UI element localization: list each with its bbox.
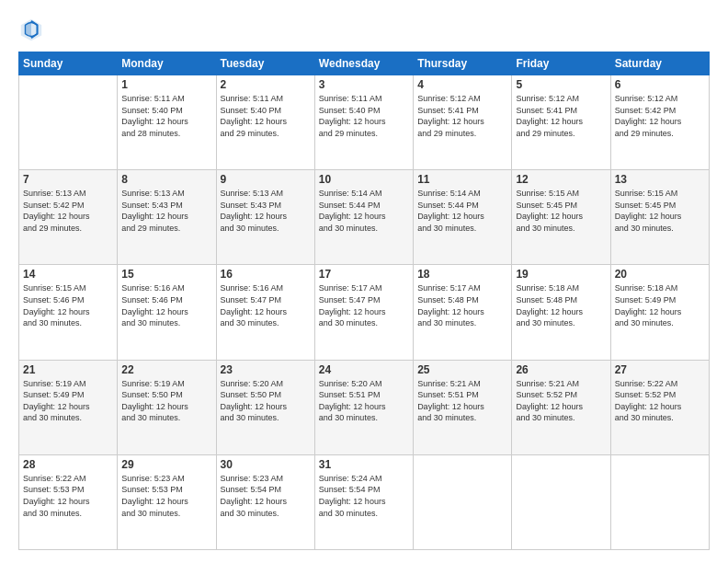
day-number: 13 [615,173,705,186]
day-info: Sunrise: 5:22 AMSunset: 5:52 PMDaylight:… [615,378,705,424]
weekday-header-tuesday: Tuesday [216,52,314,75]
day-number: 8 [121,173,211,186]
day-info: Sunrise: 5:23 AMSunset: 5:53 PMDaylight:… [121,473,211,519]
day-cell: 11Sunrise: 5:14 AMSunset: 5:44 PMDayligh… [414,170,512,265]
day-info: Sunrise: 5:21 AMSunset: 5:52 PMDaylight:… [516,378,606,424]
day-info: Sunrise: 5:15 AMSunset: 5:46 PMDaylight:… [23,282,113,328]
day-cell: 1Sunrise: 5:11 AMSunset: 5:40 PMDaylight… [118,75,216,170]
day-number: 27 [615,363,705,376]
day-cell: 22Sunrise: 5:19 AMSunset: 5:50 PMDayligh… [118,360,216,454]
day-info: Sunrise: 5:12 AMSunset: 5:41 PMDaylight:… [417,93,507,139]
day-cell: 29Sunrise: 5:23 AMSunset: 5:53 PMDayligh… [118,454,216,549]
weekday-header-friday: Friday [512,52,610,75]
day-cell: 2Sunrise: 5:11 AMSunset: 5:40 PMDaylight… [216,75,314,170]
day-number: 23 [221,363,311,376]
day-number: 24 [319,363,409,376]
day-cell: 18Sunrise: 5:17 AMSunset: 5:48 PMDayligh… [414,265,512,360]
day-info: Sunrise: 5:16 AMSunset: 5:46 PMDaylight:… [121,282,211,328]
day-cell: 27Sunrise: 5:22 AMSunset: 5:52 PMDayligh… [610,360,709,454]
day-number: 7 [23,173,113,186]
page: SundayMondayTuesdayWednesdayThursdayFrid… [0,0,728,563]
week-row-3: 14Sunrise: 5:15 AMSunset: 5:46 PMDayligh… [19,265,710,360]
day-number: 11 [417,173,507,186]
weekday-header-monday: Monday [118,52,216,75]
day-number: 19 [516,268,606,281]
day-info: Sunrise: 5:13 AMSunset: 5:43 PMDaylight:… [221,188,311,234]
day-cell: 10Sunrise: 5:14 AMSunset: 5:44 PMDayligh… [314,170,413,265]
day-number: 14 [23,268,113,281]
day-number: 15 [121,268,211,281]
day-number: 16 [221,268,311,281]
day-info: Sunrise: 5:18 AMSunset: 5:48 PMDaylight:… [516,282,606,328]
day-cell: 16Sunrise: 5:16 AMSunset: 5:47 PMDayligh… [216,265,314,360]
day-number: 17 [319,268,409,281]
day-info: Sunrise: 5:15 AMSunset: 5:45 PMDaylight:… [615,188,705,234]
day-info: Sunrise: 5:15 AMSunset: 5:45 PMDaylight:… [516,188,606,234]
day-cell: 6Sunrise: 5:12 AMSunset: 5:42 PMDaylight… [610,75,709,170]
day-number: 6 [615,78,705,91]
day-cell: 25Sunrise: 5:21 AMSunset: 5:51 PMDayligh… [414,360,512,454]
day-info: Sunrise: 5:13 AMSunset: 5:42 PMDaylight:… [23,188,113,234]
day-info: Sunrise: 5:19 AMSunset: 5:49 PMDaylight:… [23,378,113,424]
day-info: Sunrise: 5:11 AMSunset: 5:40 PMDaylight:… [319,93,409,139]
day-cell: 20Sunrise: 5:18 AMSunset: 5:49 PMDayligh… [610,265,709,360]
day-number: 12 [516,173,606,186]
day-info: Sunrise: 5:13 AMSunset: 5:43 PMDaylight:… [121,188,211,234]
logo-icon [18,17,44,42]
week-row-1: 1Sunrise: 5:11 AMSunset: 5:40 PMDaylight… [19,75,710,170]
weekday-header-saturday: Saturday [610,52,709,75]
day-info: Sunrise: 5:14 AMSunset: 5:44 PMDaylight:… [319,188,409,234]
day-cell: 26Sunrise: 5:21 AMSunset: 5:52 PMDayligh… [512,360,610,454]
day-info: Sunrise: 5:11 AMSunset: 5:40 PMDaylight:… [221,93,311,139]
day-number: 26 [516,363,606,376]
day-number: 5 [516,78,606,91]
day-cell: 24Sunrise: 5:20 AMSunset: 5:51 PMDayligh… [314,360,413,454]
day-number: 22 [121,363,211,376]
day-number: 2 [221,78,311,91]
weekday-header-sunday: Sunday [19,52,118,75]
day-number: 18 [417,268,507,281]
day-info: Sunrise: 5:20 AMSunset: 5:51 PMDaylight:… [319,378,409,424]
day-info: Sunrise: 5:17 AMSunset: 5:47 PMDaylight:… [319,282,409,328]
day-number: 28 [23,458,113,471]
day-number: 31 [319,458,409,471]
day-info: Sunrise: 5:12 AMSunset: 5:42 PMDaylight:… [615,93,705,139]
day-info: Sunrise: 5:11 AMSunset: 5:40 PMDaylight:… [121,93,211,139]
day-info: Sunrise: 5:14 AMSunset: 5:44 PMDaylight:… [417,188,507,234]
header [18,17,710,42]
day-cell [610,454,709,549]
day-info: Sunrise: 5:23 AMSunset: 5:54 PMDaylight:… [221,473,311,519]
day-number: 30 [221,458,311,471]
day-info: Sunrise: 5:20 AMSunset: 5:50 PMDaylight:… [221,378,311,424]
day-info: Sunrise: 5:21 AMSunset: 5:51 PMDaylight:… [417,378,507,424]
day-number: 1 [121,78,211,91]
week-row-2: 7Sunrise: 5:13 AMSunset: 5:42 PMDaylight… [19,170,710,265]
day-number: 21 [23,363,113,376]
day-cell: 7Sunrise: 5:13 AMSunset: 5:42 PMDaylight… [19,170,118,265]
day-info: Sunrise: 5:17 AMSunset: 5:48 PMDaylight:… [417,282,507,328]
day-info: Sunrise: 5:12 AMSunset: 5:41 PMDaylight:… [516,93,606,139]
day-cell: 31Sunrise: 5:24 AMSunset: 5:54 PMDayligh… [314,454,413,549]
day-cell: 13Sunrise: 5:15 AMSunset: 5:45 PMDayligh… [610,170,709,265]
day-info: Sunrise: 5:24 AMSunset: 5:54 PMDaylight:… [319,473,409,519]
day-cell: 9Sunrise: 5:13 AMSunset: 5:43 PMDaylight… [216,170,314,265]
day-number: 4 [417,78,507,91]
day-cell: 21Sunrise: 5:19 AMSunset: 5:49 PMDayligh… [19,360,118,454]
day-number: 10 [319,173,409,186]
day-cell: 15Sunrise: 5:16 AMSunset: 5:46 PMDayligh… [118,265,216,360]
day-cell [19,75,118,170]
day-cell: 12Sunrise: 5:15 AMSunset: 5:45 PMDayligh… [512,170,610,265]
day-number: 3 [319,78,409,91]
week-row-4: 21Sunrise: 5:19 AMSunset: 5:49 PMDayligh… [19,360,710,454]
weekday-header-row: SundayMondayTuesdayWednesdayThursdayFrid… [19,52,710,75]
day-cell [414,454,512,549]
day-number: 20 [615,268,705,281]
calendar-table: SundayMondayTuesdayWednesdayThursdayFrid… [18,52,710,550]
day-cell: 17Sunrise: 5:17 AMSunset: 5:47 PMDayligh… [314,265,413,360]
day-cell: 8Sunrise: 5:13 AMSunset: 5:43 PMDaylight… [118,170,216,265]
day-cell: 28Sunrise: 5:22 AMSunset: 5:53 PMDayligh… [19,454,118,549]
logo [18,17,46,42]
week-row-5: 28Sunrise: 5:22 AMSunset: 5:53 PMDayligh… [19,454,710,549]
day-number: 25 [417,363,507,376]
day-cell: 14Sunrise: 5:15 AMSunset: 5:46 PMDayligh… [19,265,118,360]
